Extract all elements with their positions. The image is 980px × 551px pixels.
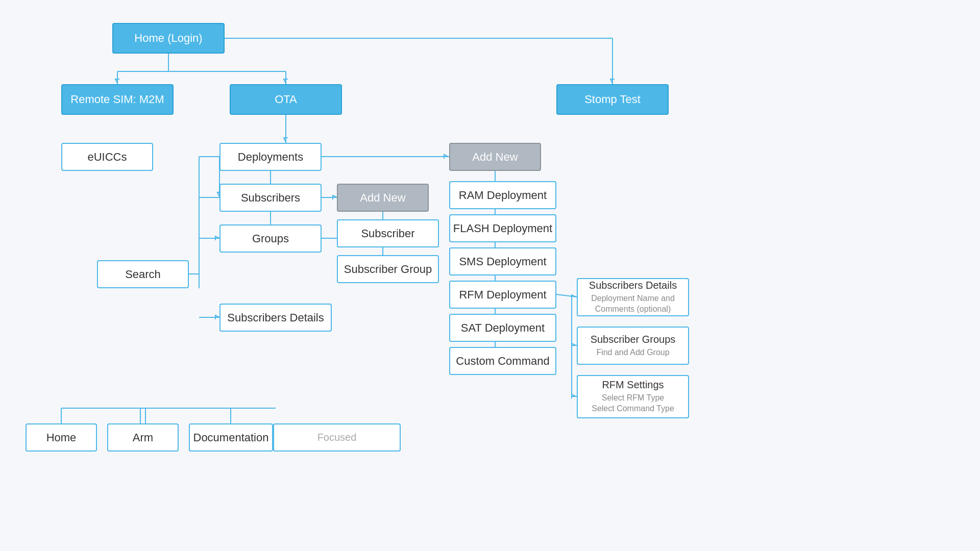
documentation-bottom-node[interactable]: Documentation <box>189 423 273 452</box>
search-label: Search <box>125 268 161 281</box>
rfm-settings-node[interactable]: RFM Settings Select RFM Type Select Comm… <box>577 375 689 418</box>
subscriber-groups-right-label: Subscriber Groups <box>591 334 676 345</box>
subscriber-groups-right-sub: Find and Add Group <box>596 347 669 358</box>
ram-deployment-label: RAM Deployment <box>459 189 547 202</box>
stomp-test-label: Stomp Test <box>584 93 641 106</box>
subscribers-label: Subscribers <box>241 191 300 205</box>
subscribers-node[interactable]: Subscribers <box>219 184 322 212</box>
subscriber-group-label: Subscriber Group <box>344 263 432 276</box>
subscriber-groups-right-node[interactable]: Subscriber Groups Find and Add Group <box>577 327 689 365</box>
arm-bottom-node[interactable]: Arm <box>107 423 179 452</box>
groups-node[interactable]: Groups <box>219 224 322 253</box>
flash-deployment-node[interactable]: FLASH Deployment <box>449 214 556 242</box>
euiccs-node[interactable]: eUICCs <box>61 143 153 171</box>
remote-sim-label: Remote SIM: M2M <box>70 93 164 106</box>
subscribers-details-right-node[interactable]: Subscribers Details Deployment Name and … <box>577 278 689 316</box>
rfm-deployment-label: RFM Deployment <box>459 288 546 302</box>
home-login-node[interactable]: Home (Login) <box>112 23 225 54</box>
ota-label: OTA <box>275 93 297 106</box>
ota-node[interactable]: OTA <box>230 84 342 115</box>
home-bottom-label: Home <box>46 431 77 444</box>
rfm-settings-sub: Select RFM Type Select Command Type <box>592 393 674 414</box>
subscriber-node[interactable]: Subscriber <box>337 219 439 247</box>
sms-deployment-label: SMS Deployment <box>459 255 546 268</box>
sat-deployment-label: SAT Deployment <box>461 321 545 335</box>
deployments-label: Deployments <box>238 151 303 164</box>
home-bottom-node[interactable]: Home <box>26 423 97 452</box>
documentation-bottom-label: Documentation <box>193 431 269 444</box>
svg-line-35 <box>556 294 577 297</box>
stomp-test-node[interactable]: Stomp Test <box>556 84 669 115</box>
subscribers-details-right-label: Subscribers Details <box>589 280 677 291</box>
custom-command-node[interactable]: Custom Command <box>449 347 556 375</box>
subscriber-group-node[interactable]: Subscriber Group <box>337 255 439 283</box>
add-new-right-node[interactable]: Add New <box>449 143 541 171</box>
custom-command-label: Custom Command <box>456 355 549 368</box>
subscriber-label: Subscriber <box>361 227 414 240</box>
remote-sim-node[interactable]: Remote SIM: M2M <box>61 84 174 115</box>
rfm-settings-label: RFM Settings <box>602 379 664 391</box>
ram-deployment-node[interactable]: RAM Deployment <box>449 181 556 209</box>
search-node[interactable]: Search <box>97 260 189 288</box>
subscribers-details-mid-node[interactable]: Subscribers Details <box>219 304 332 332</box>
focused-input-node[interactable]: Focused <box>273 423 401 452</box>
groups-label: Groups <box>252 232 289 245</box>
home-login-label: Home (Login) <box>134 32 202 45</box>
subscribers-details-right-sub: Deployment Name and Comments (optional) <box>591 293 675 315</box>
subscribers-details-mid-label: Subscribers Details <box>227 311 324 324</box>
add-new-right-label: Add New <box>472 151 518 164</box>
euiccs-label: eUICCs <box>87 151 127 164</box>
sms-deployment-node[interactable]: SMS Deployment <box>449 247 556 276</box>
focused-input-label: Focused <box>317 432 357 443</box>
add-new-mid-label: Add New <box>360 191 405 205</box>
arm-bottom-label: Arm <box>133 431 153 444</box>
sat-deployment-node[interactable]: SAT Deployment <box>449 314 556 342</box>
deployments-node[interactable]: Deployments <box>219 143 322 171</box>
add-new-mid-node[interactable]: Add New <box>337 184 429 212</box>
rfm-deployment-node[interactable]: RFM Deployment <box>449 281 556 309</box>
flash-deployment-label: FLASH Deployment <box>453 222 552 235</box>
